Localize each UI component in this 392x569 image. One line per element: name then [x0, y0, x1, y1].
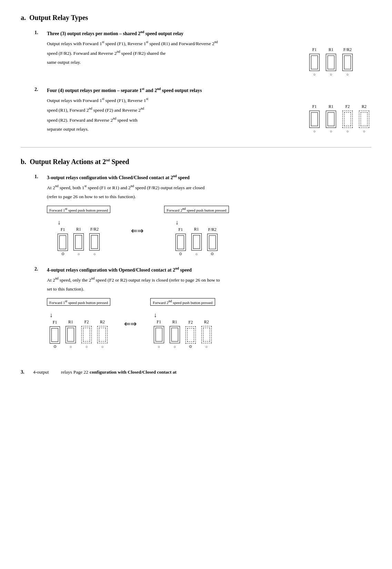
b1-left-r1: R1 ○ — [73, 227, 84, 256]
b1-right-label: Forward 2nd speed push button pressed — [164, 206, 229, 213]
relay-fr2-circle: ○ — [346, 72, 349, 77]
b2-right-label: Forward 2nd speed push button pressed — [150, 298, 215, 306]
relay2-r2: R2 ○ — [359, 104, 369, 133]
b-item-1-body2: (refer to page 26 on how to set to this … — [47, 193, 371, 200]
item-1-heading: Three (3) output relays per motion – sha… — [47, 30, 299, 37]
b2-right-f2: F2 ⊙ — [185, 320, 196, 349]
relay-fr2: F/R2 ○ — [342, 47, 353, 77]
b2-right-f1: F1 ○ — [154, 319, 164, 349]
section-divider — [21, 147, 371, 148]
relay-fr2-box — [342, 54, 353, 71]
relay-r1-circle: ○ — [330, 72, 332, 77]
relay2-r1: R1 ○ — [326, 104, 336, 133]
b1-double-arrow: ⇐⇒ — [131, 226, 143, 235]
page-bottom-num: 3. — [21, 369, 33, 375]
item-1-body3: same output relay. — [47, 59, 299, 66]
relay2-f2: F2 ○ — [342, 104, 353, 133]
relay-r1-box — [326, 54, 336, 71]
b-item-2-body2: set to this function). — [47, 286, 371, 293]
relay2-r1-box — [326, 111, 336, 128]
relay2-r2-circle: ○ — [363, 129, 365, 133]
section-b-item-1: 1. 3-output relays configuration with Cl… — [34, 174, 371, 256]
relay-r1-label: R1 — [329, 47, 333, 52]
page-bottom-relays: relays — [61, 369, 72, 375]
relay2-f1-circle: ○ — [313, 129, 316, 133]
relay2-r2-box — [359, 111, 369, 128]
b2-left-f1: F1 ⊙ — [50, 320, 60, 349]
relay2-f2-box — [342, 111, 353, 128]
relay2-f1: F1 ○ — [309, 104, 320, 133]
section-a-item-2: 2. Four (4) output relays per motion – s… — [34, 87, 371, 137]
b-item-2-num: 2. — [34, 266, 47, 348]
b1-right-r1: R1 ○ — [191, 227, 202, 256]
item-1-num: 1. — [34, 30, 47, 68]
page-bottom-suffix: configuration with Closed/Closed contact… — [90, 369, 177, 375]
relay-fr2-label: F/R2 — [343, 47, 352, 52]
b2-right-r1: R1 ○ — [170, 319, 180, 349]
item-2-num: 2. — [34, 87, 47, 135]
b2-left-f2: F2 ○ — [81, 319, 92, 349]
page-bottom-text1: 4-output — [33, 369, 49, 375]
section-b-letter: b. — [21, 158, 26, 166]
b1-left-fr2: F/R2 ○ — [89, 227, 100, 256]
relay-f1-label: F1 — [312, 47, 317, 52]
b1-right-f1: F1 ⊙ — [175, 227, 186, 256]
b2-double-arrow: ⇐⇒ — [124, 319, 137, 328]
relay2-f2-circle: ○ — [346, 129, 349, 133]
b-item-2-heading: 4-output relays configuration with Opene… — [47, 266, 371, 273]
b2-left-r1: R1 ○ — [66, 319, 76, 349]
b2-left-r2: R2 ○ — [97, 319, 108, 349]
relay2-f2-label: F2 — [345, 104, 350, 109]
b1-right-fr2: F/R2 ⊙ — [207, 227, 218, 256]
b-item-1-body1: At 2nd speed, both 1st speed (F1 or R1) … — [47, 183, 371, 191]
item-1-relay-diagram: F1 ○ R1 ○ F/R2 — [309, 47, 371, 77]
item-1-body2: speed (F/R2). Forward and Reverse 2nd sp… — [47, 49, 299, 57]
section-a-letter: a. — [21, 14, 26, 22]
page-bottom-page: Page 22 — [73, 369, 88, 375]
section-a-title: Output Relay Types — [29, 14, 88, 22]
relay2-r1-circle: ○ — [330, 129, 332, 133]
section-a-item-1: 1. Three (3) output relays per motion – … — [34, 30, 371, 77]
item-2-body1: Output relays with Forward 1st speed (F1… — [47, 96, 299, 104]
relay2-f1-box — [309, 111, 320, 128]
item-1-body1: Output relays with Forward 1st speed (F1… — [47, 39, 299, 47]
relay2-f1-label: F1 — [312, 104, 317, 109]
item-2-body4: separate output relays. — [47, 126, 299, 133]
item-2-heading: Four (4) output relays per motion – sepa… — [47, 87, 299, 93]
item-2-relay-diagram: F1 ○ R1 ○ F2 — [309, 104, 371, 133]
b2-left-label: Forward 1st speed push button pressed — [47, 298, 110, 306]
b1-left-f1: F1 ⊙ — [58, 227, 68, 256]
b-item-1-heading: 3-output relays configuration with Close… — [47, 174, 371, 181]
relay-r1: R1 ○ — [326, 47, 336, 77]
relay-f1-box — [309, 54, 320, 71]
section-b-title: Output Relay Actions at 2nd Speed — [30, 158, 129, 166]
section-b-item-2: 2. 4-output relays configuration with Op… — [34, 266, 371, 348]
b-item-2-body1: At 2nd speed, only the 2nd speed (F2 or … — [47, 276, 371, 284]
relay2-r1-label: R1 — [329, 104, 333, 109]
b2-right-r2: R2 ○ — [201, 319, 212, 349]
relay2-r2-label: R2 — [362, 104, 366, 109]
section-b: b. Output Relay Actions at 2nd Speed 1. … — [21, 154, 371, 349]
section-a: a. Output Relay Types 1. Three (3) outpu… — [21, 10, 371, 137]
relay-f1: F1 ○ — [309, 47, 320, 77]
item-2-body2: speed (R1), Forward 2nd speed (F2) and R… — [47, 106, 299, 114]
page-bottom: 3. 4-output relaysPage 22configuration w… — [21, 369, 371, 375]
relay-f1-circle: ○ — [313, 72, 316, 77]
item-2-body3: speed (R2). Forward and Reverse 2nd spee… — [47, 116, 299, 124]
b-item-1-num: 1. — [34, 174, 47, 256]
b1-left-label: Forward 1st speed push button pressed — [47, 206, 110, 213]
